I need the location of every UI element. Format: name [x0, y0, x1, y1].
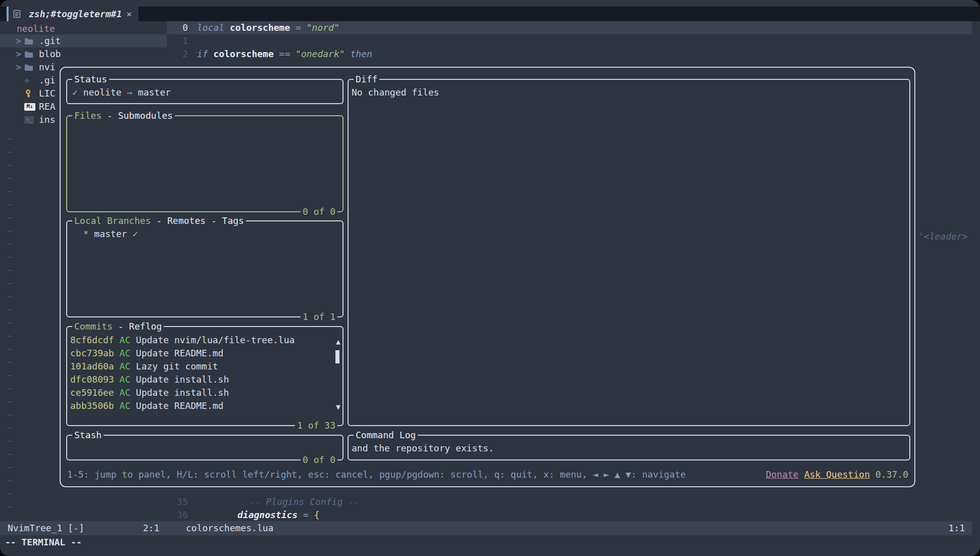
folder-icon — [24, 51, 35, 58]
tilde-marker: ~ — [7, 435, 13, 448]
command-log-content: and the repository exists. — [349, 436, 909, 455]
tilde-marker: ~ — [7, 264, 13, 277]
branches-count: 1 of 1 — [301, 310, 337, 323]
folder-icon — [24, 64, 35, 71]
file-icon — [13, 10, 24, 18]
tilde-marker: ~ — [7, 461, 13, 474]
commits-count: 1 of 33 — [295, 419, 337, 432]
command-log-title: Command Log — [354, 429, 418, 442]
terminal-window: zsh;#toggleterm#1 × neolite > .git > blo… — [0, 0, 980, 556]
tabline: zsh;#toggleterm#1 × — [0, 7, 980, 21]
branches-panel-title: Local Branches - Remotes - Tags — [72, 214, 246, 227]
diff-panel[interactable]: Diff No changed files — [348, 79, 910, 426]
branches-panel[interactable]: Local Branches - Remotes - Tags * master… — [66, 220, 344, 317]
markdown-icon: M↓ — [24, 103, 35, 111]
tilde-marker: ~ — [7, 330, 13, 343]
statusline: NvimTree_1 [-] 2:1 colorschemes.lua 1:1 — [0, 521, 972, 535]
tree-item-label: LIC — [39, 87, 56, 100]
scrollbar-thumb[interactable] — [335, 350, 339, 363]
scroll-down-icon[interactable]: ▼ — [336, 403, 340, 411]
ask-question-link[interactable]: Ask Question — [804, 469, 870, 480]
diff-content: No changed files — [349, 80, 909, 99]
chevron-right-icon[interactable]: > — [16, 61, 24, 74]
tilde-marker: ~ — [7, 448, 13, 461]
tilde-marker: ~ — [7, 224, 13, 238]
code-line: 2if colorscheme == "onedark" then — [167, 48, 972, 61]
terminal-tab[interactable]: zsh;#toggleterm#1 × — [7, 7, 138, 21]
stash-panel[interactable]: Stash 0 of 0 — [66, 435, 344, 460]
stash-panel-title: Stash — [72, 429, 104, 442]
tilde-marker: ~ — [7, 146, 13, 159]
arrow-right-icon: → — [127, 87, 132, 98]
commits-panel-title: Commits - Reflog — [72, 320, 164, 333]
commit-row[interactable]: dfc08093 AC Update install.sh — [70, 373, 342, 386]
folder-icon — [24, 37, 35, 45]
tree-root-name: neolite — [17, 22, 55, 35]
tilde-marker: ~ — [7, 303, 13, 316]
lazygit-float: Status ✓ neolite → master Files - Submod… — [60, 67, 915, 487]
tilde-marker: ~ — [7, 198, 13, 211]
tilde-marker: ~ — [7, 290, 13, 303]
keybindings-hint: 1-5: jump to panel, H/L: scroll left/rig… — [67, 468, 686, 481]
tilde-marker: ~ — [7, 172, 13, 185]
scroll-up-icon[interactable]: ▲ — [336, 338, 340, 346]
tilde-marker: ~ — [7, 487, 13, 500]
statusline-cursor: 1:1 — [948, 522, 965, 535]
chevron-right-icon[interactable]: > — [16, 34, 24, 48]
status-panel[interactable]: Status ✓ neolite → master — [66, 79, 344, 104]
tilde-marker: ~ — [7, 132, 13, 146]
commit-row[interactable]: abb3506b AC Update README.md — [70, 399, 342, 412]
tilde-marker: ~ — [7, 500, 13, 514]
tree-item-label: .gi — [39, 74, 56, 87]
tab-close-icon[interactable]: × — [126, 8, 132, 21]
screen: zsh;#toggleterm#1 × neolite > .git > blo… — [0, 0, 980, 556]
tilde-marker: ~ — [7, 238, 13, 251]
commit-row[interactable]: cbc739ab AC Update README.md — [70, 347, 342, 360]
commit-row[interactable]: 101ad60a AC Lazy git commit — [70, 360, 342, 373]
mode-indicator: -- TERMINAL -- — [5, 536, 82, 549]
lazygit-links: DonateAsk Question0.37.0 — [760, 468, 908, 481]
tree-item-git[interactable]: > .git — [0, 34, 167, 48]
code-line: 0local colorscheme = "nord" — [167, 21, 972, 34]
command-log-panel[interactable]: Command Log and the repository exists. — [348, 435, 910, 460]
statusline-tree-cursor: 2:1 — [143, 522, 160, 535]
code-line: 35-- Plugins Config -- — [167, 495, 972, 508]
statusline-buffer: NvimTree_1 [-] — [8, 522, 84, 535]
tilde-marker: ~ — [7, 343, 13, 356]
tree-item-label: ins — [39, 113, 56, 126]
tilde-marker: ~ — [7, 251, 13, 264]
commits-panel[interactable]: Commits - Reflog 8cf6dcdf AC Update nvim… — [66, 326, 344, 426]
tilde-marker: ~ — [7, 369, 13, 382]
code-line: 36diagnostics = { — [167, 508, 972, 522]
tilde-marker: ~ — [7, 159, 13, 172]
tilde-marker: ~ — [7, 395, 13, 408]
tilde-marker: ~ — [7, 356, 13, 369]
files-panel[interactable]: Files - Submodules 0 of 0 — [66, 115, 344, 212]
tree-item-label: .git — [39, 34, 61, 48]
diff-panel-title: Diff — [354, 73, 379, 86]
stash-count: 0 of 0 — [301, 453, 337, 467]
tilde-marker: ~ — [7, 185, 13, 198]
files-count: 0 of 0 — [301, 205, 337, 218]
lazygit-bottom-bar: 1-5: jump to panel, H/L: scroll left/rig… — [67, 468, 908, 481]
lazygit-version: 0.37.0 — [875, 469, 908, 480]
background-code-fragment: '<leader> — [918, 230, 968, 243]
tree-item-label: blob — [39, 48, 61, 61]
tree-item-blob[interactable]: > blob — [0, 48, 167, 61]
donate-link[interactable]: Donate — [766, 469, 799, 480]
commit-list: 8cf6dcdf AC Update nvim/lua/file-tree.lu… — [67, 327, 342, 412]
tilde-marker: ~ — [7, 422, 13, 435]
current-branch-marker: * — [72, 228, 94, 239]
key-icon — [24, 89, 35, 98]
commit-row[interactable]: ce5916ee AC Update install.sh — [70, 386, 342, 399]
check-icon: ✓ — [132, 228, 138, 239]
chevron-right-icon[interactable]: > — [16, 48, 24, 61]
tilde-marker: ~ — [7, 474, 13, 487]
tilde-marker: ~ — [7, 382, 13, 395]
tree-item-label: nvi — [39, 61, 56, 74]
terminal-icon: ›_ — [24, 116, 35, 124]
check-icon: ✓ — [72, 87, 78, 98]
commit-row[interactable]: 8cf6dcdf AC Update nvim/lua/file-tree.lu… — [70, 334, 342, 347]
gitignore-icon: ◆ — [24, 74, 35, 87]
tilde-marker: ~ — [7, 277, 13, 290]
